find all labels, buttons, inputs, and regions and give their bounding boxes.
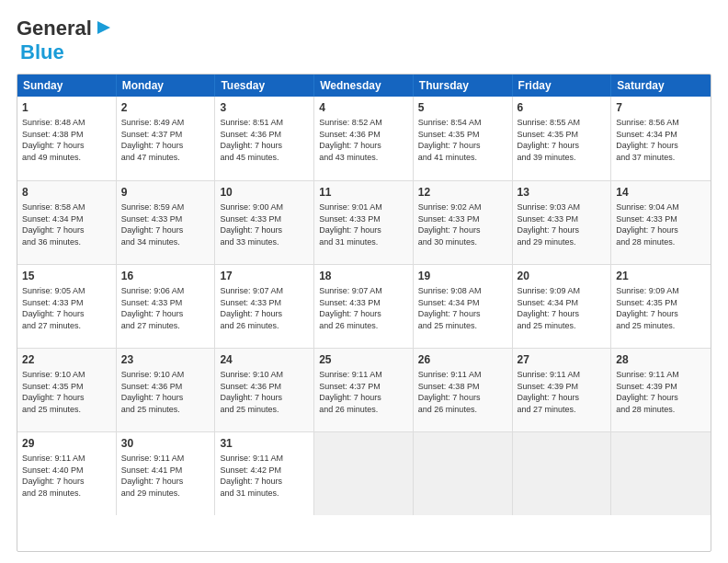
weekday-header: Tuesday (215, 75, 314, 97)
calendar-cell: 3Sunrise: 8:51 AMSunset: 4:36 PMDaylight… (215, 97, 314, 180)
cell-line: and 26 minutes. (418, 404, 507, 416)
day-number: 17 (220, 269, 309, 283)
cell-line: Sunset: 4:33 PM (220, 297, 309, 309)
day-number: 11 (319, 185, 408, 200)
cell-line: and 28 minutes. (616, 236, 706, 248)
cell-line: Sunset: 4:34 PM (518, 297, 607, 309)
day-number: 2 (121, 100, 210, 115)
cell-line: and 29 minutes. (121, 488, 210, 500)
day-number: 15 (22, 269, 111, 283)
calendar-cell: 29Sunrise: 9:11 AMSunset: 4:40 PMDayligh… (17, 432, 117, 515)
calendar-header: SundayMondayTuesdayWednesdayThursdayFrid… (17, 75, 711, 97)
cell-line: Sunrise: 8:58 AM (22, 201, 111, 213)
cell-line: and 25 minutes. (418, 320, 507, 332)
calendar-cell: 14Sunrise: 9:04 AMSunset: 4:33 PMDayligh… (611, 181, 711, 264)
day-number: 28 (616, 352, 706, 367)
day-number: 7 (616, 100, 706, 115)
cell-line: Sunset: 4:36 PM (220, 129, 309, 141)
cell-line: Sunrise: 9:10 AM (220, 369, 309, 381)
cell-line: Sunset: 4:35 PM (518, 129, 607, 141)
cell-line: and 43 minutes. (319, 152, 408, 164)
page: General Blue SundayMondayTuesdayWednesda… (0, 0, 728, 563)
calendar-cell: 19Sunrise: 9:08 AMSunset: 4:34 PMDayligh… (414, 265, 513, 348)
cell-line: Sunset: 4:33 PM (418, 213, 507, 225)
calendar-cell: 21Sunrise: 9:09 AMSunset: 4:35 PMDayligh… (611, 265, 711, 348)
cell-line: Sunset: 4:39 PM (616, 381, 706, 393)
cell-line: Sunset: 4:42 PM (220, 465, 309, 477)
cell-line: Sunrise: 9:10 AM (121, 369, 210, 381)
cell-line: Sunrise: 9:10 AM (22, 369, 111, 381)
weekday-header: Wednesday (314, 75, 414, 97)
cell-line: and 26 minutes. (220, 320, 309, 332)
cell-line: Daylight: 7 hours (121, 476, 210, 488)
calendar-cell: 22Sunrise: 9:10 AMSunset: 4:35 PMDayligh… (17, 349, 117, 431)
cell-line: Sunrise: 9:11 AM (121, 453, 210, 465)
calendar-cell: 24Sunrise: 9:10 AMSunset: 4:36 PMDayligh… (215, 349, 314, 431)
cell-line: Sunrise: 9:11 AM (518, 369, 607, 381)
calendar: SundayMondayTuesdayWednesdayThursdayFrid… (17, 74, 711, 552)
cell-line: Daylight: 7 hours (418, 224, 507, 236)
day-number: 18 (319, 269, 408, 283)
day-number: 16 (121, 269, 210, 283)
cell-line: Sunset: 4:33 PM (22, 297, 111, 309)
cell-line: and 30 minutes. (418, 236, 507, 248)
day-number: 4 (319, 100, 408, 115)
calendar-cell: 27Sunrise: 9:11 AMSunset: 4:39 PMDayligh… (513, 349, 612, 431)
calendar-cell (414, 432, 513, 515)
day-number: 22 (22, 352, 111, 367)
calendar-cell: 30Sunrise: 9:11 AMSunset: 4:41 PMDayligh… (117, 432, 216, 515)
cell-line: Sunset: 4:33 PM (121, 297, 210, 309)
cell-line: Sunrise: 9:07 AM (220, 285, 309, 297)
day-number: 1 (22, 100, 111, 115)
cell-line: Sunrise: 9:11 AM (616, 369, 706, 381)
calendar-cell: 28Sunrise: 9:11 AMSunset: 4:39 PMDayligh… (611, 349, 711, 431)
cell-line: Sunrise: 8:56 AM (616, 117, 706, 129)
weekday-header: Monday (117, 75, 216, 97)
day-number: 26 (418, 352, 507, 367)
cell-line: Sunrise: 9:11 AM (22, 453, 111, 465)
day-number: 3 (220, 100, 309, 115)
cell-line: Sunrise: 9:06 AM (121, 285, 210, 297)
cell-line: Daylight: 7 hours (220, 140, 309, 152)
calendar-cell: 23Sunrise: 9:10 AMSunset: 4:36 PMDayligh… (117, 349, 216, 431)
cell-line: and 26 minutes. (319, 404, 408, 416)
calendar-cell (513, 432, 612, 515)
calendar-cell: 17Sunrise: 9:07 AMSunset: 4:33 PMDayligh… (215, 265, 314, 348)
cell-line: Sunrise: 9:07 AM (319, 285, 408, 297)
svg-marker-0 (97, 21, 110, 34)
cell-line: and 47 minutes. (121, 152, 210, 164)
cell-line: Daylight: 7 hours (121, 224, 210, 236)
cell-line: Sunrise: 9:11 AM (319, 369, 408, 381)
cell-line: Daylight: 7 hours (121, 140, 210, 152)
cell-line: and 28 minutes. (616, 404, 706, 416)
cell-line: and 41 minutes. (418, 152, 507, 164)
cell-line: Sunset: 4:33 PM (121, 213, 210, 225)
cell-line: Sunrise: 9:03 AM (518, 201, 607, 213)
day-number: 24 (220, 352, 309, 367)
cell-line: and 37 minutes. (616, 152, 706, 164)
calendar-cell: 16Sunrise: 9:06 AMSunset: 4:33 PMDayligh… (117, 265, 216, 348)
cell-line: Sunrise: 9:09 AM (616, 285, 706, 297)
cell-line: and 25 minutes. (220, 404, 309, 416)
cell-line: Sunset: 4:35 PM (418, 129, 507, 141)
cell-line: Sunrise: 8:59 AM (121, 201, 210, 213)
calendar-week: 15Sunrise: 9:05 AMSunset: 4:33 PMDayligh… (17, 264, 711, 348)
calendar-cell: 25Sunrise: 9:11 AMSunset: 4:37 PMDayligh… (314, 349, 414, 431)
day-number: 31 (220, 436, 309, 451)
weekday-header: Thursday (414, 75, 513, 97)
cell-line: Sunset: 4:37 PM (319, 381, 408, 393)
cell-line: Daylight: 7 hours (22, 476, 111, 488)
cell-line: and 34 minutes. (121, 236, 210, 248)
cell-line: Daylight: 7 hours (22, 224, 111, 236)
day-number: 13 (518, 185, 607, 200)
cell-line: Sunset: 4:38 PM (22, 129, 111, 141)
day-number: 21 (616, 269, 706, 283)
weekday-header: Sunday (17, 75, 117, 97)
cell-line: and 25 minutes. (616, 320, 706, 332)
calendar-cell: 10Sunrise: 9:00 AMSunset: 4:33 PMDayligh… (215, 181, 314, 264)
cell-line: and 27 minutes. (121, 320, 210, 332)
calendar-cell: 13Sunrise: 9:03 AMSunset: 4:33 PMDayligh… (513, 181, 612, 264)
cell-line: Sunset: 4:37 PM (121, 129, 210, 141)
cell-line: and 25 minutes. (22, 404, 111, 416)
calendar-cell: 18Sunrise: 9:07 AMSunset: 4:33 PMDayligh… (314, 265, 414, 348)
